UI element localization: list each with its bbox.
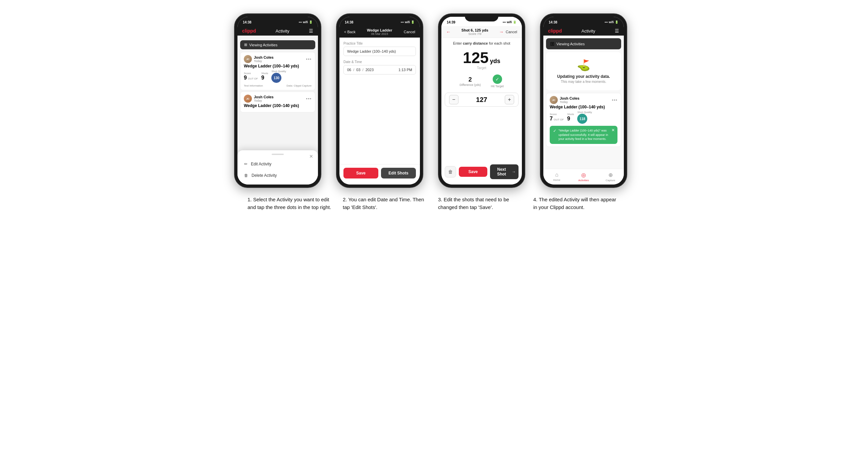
trash-button-3[interactable]: 🗑 [445,166,456,178]
nav-title-2: Wedge Ladder [367,28,393,32]
p4-body: ⊞ Viewing Activities ⛳ Updating your act… [543,36,624,169]
card-footer-1: Test Information Data: Clippd Capture [244,84,312,87]
card-title-2: Wedge Ladder (100–140 yds) [244,103,312,108]
caption-1: 1. Select the Activity you want to edit … [248,196,335,211]
practice-title-section: Practice Title Wedge Ladder (100–140 yds… [343,41,416,56]
edit-icon: ✏ [244,162,248,166]
user-date-4: Today [560,100,580,104]
out-of-4: OUT OF [554,118,564,121]
user-date-2: Today [254,99,274,102]
wifi-icon-2: wifi [405,21,410,24]
save-button-2[interactable]: Save [343,168,378,179]
shots-value-1: 9 [261,75,264,81]
back-button-2[interactable]: < Back [344,30,355,34]
next-shot-button[interactable]: Next Shot → [490,164,519,179]
activity-card-1[interactable]: JC Josh Coles Today ••• Wedge Ladder (10… [240,52,315,90]
arrow-right-icon: → [512,169,516,174]
distance-input-row[interactable]: − 127 + [445,93,519,107]
phone-1: 14:38 ▪▪▪ wifi 🔋 clippd Activity ☰ ⊞ Vie [234,13,321,188]
date-day: 06 [347,68,351,72]
activities-label: Activities [578,179,589,182]
banner-icon-4: ⊞ [550,40,554,47]
bottom-sheet-1: ✕ ✏ Edit Activity 🗑 Delete Activity [238,150,318,185]
save-button-3[interactable]: Save [459,167,487,177]
time-value: 1:13 PM [398,68,412,72]
close-icon-sheet[interactable]: ✕ [309,154,313,159]
tab-home[interactable]: ⌂ Home [543,170,570,183]
increment-button[interactable]: + [505,95,514,104]
hamburger-icon-1[interactable]: ☰ [309,28,313,34]
trash-icon-sheet: 🗑 [244,173,248,178]
nav-center-2: Wedge Ladder 06 Mar 2023 [367,28,393,36]
p3-nav-title: Shot 6, 125 yds [462,28,488,32]
notch-1 [261,14,294,22]
user-name-2: Josh Coles [254,95,274,99]
delete-label: Delete Activity [252,173,277,178]
forward-icon-3[interactable]: → [499,29,504,35]
edit-activity-item[interactable]: ✏ Edit Activity [238,158,318,170]
score-label-1: Score [244,72,258,75]
wifi-icon-1: wifi [303,21,308,24]
three-dots-4[interactable]: ••• [612,98,617,103]
clippd-logo-4: clippd [548,28,562,34]
quality-label-1: Shot Quality [271,70,286,73]
cancel-button-3[interactable]: Cancel [506,30,517,34]
big-number: 125 [463,50,489,65]
difference-label: Difference (yds) [460,83,480,87]
signal-icon-3: ▪▪▪ [502,21,506,24]
p2-nav: < Back Wedge Ladder 06 Mar 2023 Cancel [339,26,420,38]
p4-banner: ⊞ Viewing Activities [546,38,621,49]
delete-activity-item[interactable]: 🗑 Delete Activity [238,170,318,181]
hit-target-stat: ✓ Hit Target [491,74,504,88]
score-value-4: 7 [550,116,553,122]
loading-area: ⛳ Updating your activity data. This may … [546,52,621,90]
nav-sub-2: 06 Mar 2023 [367,32,393,36]
practice-title-label: Practice Title [343,41,416,45]
shots-value-4: 9 [567,116,570,121]
banner-text-1: Viewing Activities [249,43,277,47]
next-shot-label: Next Shot [493,167,510,177]
p4-activity-card[interactable]: JC Josh Coles Today ••• Wedge Ladder (10… [546,93,621,147]
status-time-4: 14:38 [549,21,557,24]
decrement-button[interactable]: − [449,95,459,104]
input-value: 127 [476,96,487,104]
date-time-section: Date & Time 06 / 03 / 2023 1:13 PM [343,60,416,74]
phone-3-container: 14:39 ▪▪▪ wifi 🔋 ← Shot 6, 125 yds Score… [438,13,532,188]
p3-footer: 🗑 Save Next Shot → [441,162,522,182]
wifi-icon-3: wifi [507,21,512,24]
form-body-2: Practice Title Wedge Ladder (100–140 yds… [339,38,420,164]
toast-close-icon[interactable]: ✕ [612,128,615,132]
header-title-4: Activity [582,29,595,34]
target-label: Target [477,66,486,70]
back-button-3[interactable]: ← [446,29,451,35]
date-year: 2023 [366,68,374,72]
score-value-1: 9 [244,75,247,81]
caption-2: 2. You can edit Date and Time. Then tap … [343,196,430,211]
toast-text: "Wedge Ladder (100–140 yds)" was updated… [558,128,614,141]
shots-label-1: Shots [261,72,268,75]
golf-flag-icon: ⛳ [577,59,590,71]
three-dots-1[interactable]: ••• [306,57,312,62]
hamburger-icon-4[interactable]: ☰ [615,28,619,34]
battery-icon-2: 🔋 [411,21,414,24]
card-title-1: Wedge Ladder (100–140 yds) [244,64,312,68]
tab-capture[interactable]: ⊕ Capture [597,170,624,183]
wifi-icon-4: wifi [609,21,614,24]
notch-4 [567,14,600,22]
edit-shots-button[interactable]: Edit Shots [381,168,416,179]
user-info-2: JC Josh Coles Today [244,95,274,103]
p1-header: clippd Activity ☰ [238,26,318,36]
card-title-4: Wedge Ladder (100–140 yds) [550,105,617,110]
date-row[interactable]: 06 / 03 / 2023 1:13 PM [343,65,416,74]
status-icons-3: ▪▪▪ wifi 🔋 [502,21,517,24]
out-of-1: OUT OF [248,77,258,80]
status-time-3: 14:39 [447,21,456,24]
phone-3: 14:39 ▪▪▪ wifi 🔋 ← Shot 6, 125 yds Score… [438,13,525,188]
activity-card-2[interactable]: JC Josh Coles Today ••• Wedge Ladder (10… [240,92,315,113]
phone-4: 14:38 ▪▪▪ wifi 🔋 clippd Activity ☰ ⊞ Vie [540,13,627,188]
practice-title-input[interactable]: Wedge Ladder (100–140 yds) [343,46,416,56]
tab-activities[interactable]: ◎ Activities [570,170,597,183]
card-stats-1: Score 9 OUT OF Shots 9 [244,70,312,83]
cancel-button-2[interactable]: Cancel [404,30,415,34]
three-dots-2[interactable]: ••• [306,96,312,101]
